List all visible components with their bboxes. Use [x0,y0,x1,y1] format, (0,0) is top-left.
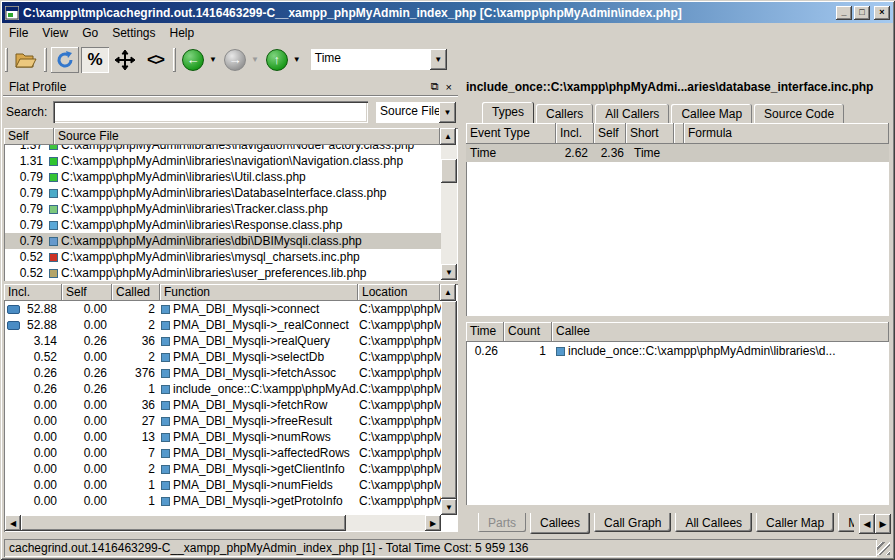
col-incl[interactable]: Incl. [4,284,62,301]
tab-scroll-left-icon[interactable]: ◀ [859,514,875,534]
tab-callee-map[interactable]: Callee Map [671,104,752,123]
table-row[interactable]: 0.79C:\xampp\phpMyAdmin\libraries\dbi\DB… [5,233,441,249]
table-row[interactable]: 0.000.002PMA_DBI_Mysqli->getClientInfoC:… [5,461,441,477]
cost-color-icon [49,189,58,198]
up-button[interactable]: ↑ [264,47,290,73]
event-type-selector[interactable]: Time ▼ [311,49,447,70]
menu-view[interactable]: View [35,24,75,42]
expand-collapse-button[interactable]: <> [141,47,169,73]
table-row[interactable]: 0.000.0036PMA_DBI_Mysqli->fetchRowC:\xam… [5,397,441,413]
tab-source-code[interactable]: Source Code [754,104,844,123]
tab-all-callers[interactable]: All Callers [595,104,669,123]
percent-toggle-button[interactable]: % [81,47,109,73]
table-row[interactable]: 1.31C:\xampp\phpMyAdmin\libraries\naviga… [5,153,441,169]
menu-go[interactable]: Go [75,24,105,42]
close-panel-icon[interactable]: × [446,81,452,93]
search-input[interactable] [53,101,368,123]
fn-scrollbar-thumb[interactable] [441,301,457,499]
forward-button[interactable]: → [222,47,248,73]
table-row[interactable]: 0.000.001PMA_DBI_Mysqli->getProtoInfoC:\… [5,493,441,509]
minimize-button[interactable]: _ [836,6,852,20]
col-type-incl[interactable]: Incl. [556,123,594,144]
fn-scroll-right-icon[interactable]: ▶ [425,515,441,531]
scroll-up-icon[interactable]: ▲ [440,128,456,145]
table-row[interactable]: 0.000.0013PMA_DBI_Mysqli->numRowsC:\xamp… [5,429,441,445]
menu-settings[interactable]: Settings [105,24,162,42]
file-scrollbar-thumb[interactable] [441,159,457,183]
tab-call-graph[interactable]: Call Graph [594,513,671,532]
move-button[interactable] [111,47,139,73]
fn-hscrollbar-thumb[interactable] [21,515,346,531]
table-row[interactable]: 0.000.001PMA_DBI_Mysqli->numFieldsC:\xam… [5,477,441,493]
event-type-row[interactable]: Time 2.62 2.36 Time [466,144,889,162]
col-fn-self[interactable]: Self [62,284,112,301]
col-callee[interactable]: Callee [552,322,889,342]
back-button[interactable]: ← [180,47,206,73]
col-type-spacer[interactable] [674,123,684,144]
table-row[interactable]: 0.79C:\xampp\phpMyAdmin\libraries\Tracke… [5,201,441,217]
menu-file[interactable]: File [2,24,35,42]
forward-dropdown-caret[interactable]: ▼ [251,55,259,64]
function-cell: PMA_DBI_Mysqli->_realConnect [161,318,359,332]
tab-parts[interactable]: Parts [478,513,526,532]
fn-scrollbar[interactable] [441,301,457,499]
fn-scroll-down-icon[interactable]: ▼ [441,499,457,515]
tab-scroll-right-icon[interactable]: ▶ [875,514,891,534]
table-row[interactable]: 0.260.26376PMA_DBI_Mysqli->fetchAssocC:\… [5,365,441,381]
col-callee-time[interactable]: Time [466,322,504,342]
tab-caller-map[interactable]: Caller Map [756,513,834,532]
table-row[interactable]: 52.880.002PMA_DBI_Mysqli->_realConnectC:… [5,317,441,333]
col-type-short[interactable]: Short [626,123,674,144]
table-row[interactable]: 0.520.002PMA_DBI_Mysqli->selectDbC:\xamp… [5,349,441,365]
col-source-file[interactable]: Source File [54,128,440,145]
incl-cell: 0.00 [5,462,63,476]
incl-cell: 0.00 [5,446,63,460]
up-dropdown-caret[interactable]: ▼ [293,55,301,64]
event-type-caret-icon[interactable]: ▼ [430,49,447,70]
toolbar-grip[interactable] [5,48,8,72]
col-called[interactable]: Called [112,284,160,301]
col-location[interactable]: Location [358,284,440,301]
fn-scroll-left-icon[interactable]: ◀ [5,515,21,531]
back-dropdown-caret[interactable]: ▼ [209,55,217,64]
col-formula[interactable]: Formula [684,123,889,144]
table-row[interactable]: 0.79C:\xampp\phpMyAdmin\libraries\Respon… [5,217,441,233]
col-function[interactable]: Function [160,284,358,301]
incl-cell: 0.00 [5,494,63,508]
file-scrollbar[interactable] [441,145,457,264]
table-row[interactable]: 0.260.261include_once::C:\xampp\phpMyAd.… [5,381,441,397]
table-row[interactable]: 0.52C:\xampp\phpMyAdmin\libraries\user_p… [5,265,441,280]
open-file-button[interactable] [12,47,40,73]
table-row[interactable]: 3.140.2636PMA_DBI_Mysqli->realQueryC:\xa… [5,333,441,349]
table-row[interactable]: 0.79C:\xampp\phpMyAdmin\libraries\Databa… [5,185,441,201]
close-button[interactable]: × [874,6,890,20]
float-panel-icon[interactable]: ⧉ [431,80,439,93]
fn-scroll-up-icon[interactable]: ▲ [440,284,456,301]
title-bar[interactable]: C:\xampp\tmp\cachegrind.out.1416463299-C… [2,2,893,23]
tab-callers[interactable]: Callers [536,104,593,123]
table-row[interactable]: 0.79C:\xampp\phpMyAdmin\libraries\Util.c… [5,169,441,185]
fn-hscrollbar[interactable]: ◀ ▶ [5,515,441,531]
group-selector[interactable]: Source File ▼ [376,102,456,123]
callee-row[interactable]: 0.26 1 include_once::C:\xampp\phpMyAdmin… [466,342,889,360]
table-row[interactable]: 0.000.007PMA_DBI_Mysqli->affectedRowsC:\… [5,445,441,461]
flat-profile-panel: Flat Profile ⧉ × Search: Source File ▼ S… [2,76,460,536]
tab-all-callees[interactable]: All Callees [675,513,752,532]
menu-help[interactable]: Help [163,24,202,42]
resize-grip[interactable] [877,542,890,555]
table-row[interactable]: 0.52C:\xampp\phpMyAdmin\libraries\mysql_… [5,249,441,265]
col-self[interactable]: Self [4,128,54,145]
maximize-button[interactable]: □ [854,6,870,20]
tab-types[interactable]: Types [482,102,534,123]
scroll-down-icon[interactable]: ▼ [441,264,457,280]
group-selector-caret-icon[interactable]: ▼ [439,102,456,123]
col-callee-count[interactable]: Count [504,322,552,342]
tab-machine[interactable]: Machine [838,513,854,532]
reload-button[interactable] [51,47,79,73]
table-row[interactable]: 1.37C:\xampp\phpMyAdmin\libraries\naviga… [5,145,441,153]
table-row[interactable]: 52.880.002PMA_DBI_Mysqli->connectC:\xamp… [5,301,441,317]
col-event-type[interactable]: Event Type [466,123,556,144]
table-row[interactable]: 0.000.0027PMA_DBI_Mysqli->freeResultC:\x… [5,413,441,429]
col-type-self[interactable]: Self [594,123,626,144]
tab-callees[interactable]: Callees [530,513,590,534]
